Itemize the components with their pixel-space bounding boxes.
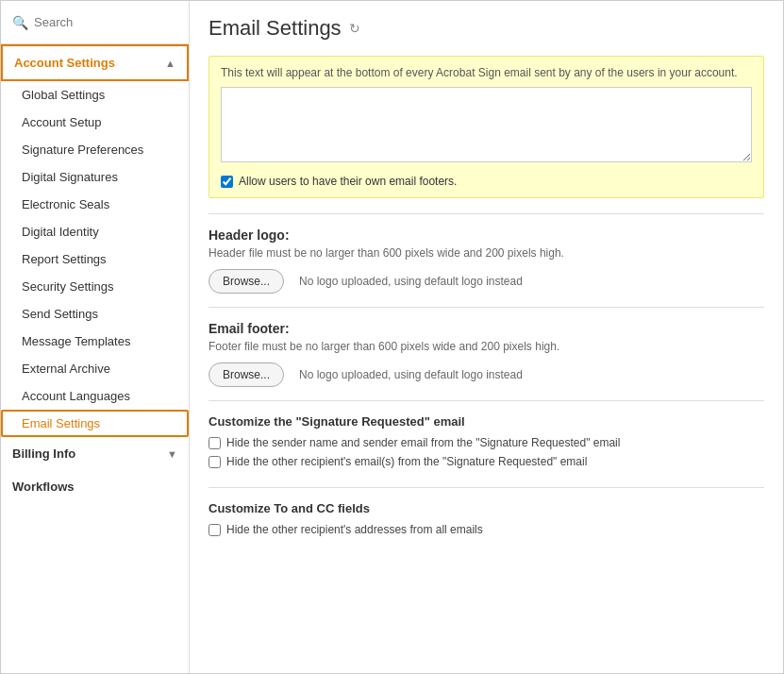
hide-sender-label: Hide the sender name and sender email fr… — [226, 436, 620, 449]
sidebar-item-billing-info[interactable]: Billing Info ▼ — [1, 437, 189, 470]
search-icon: 🔍 — [12, 15, 28, 30]
hide-addresses-checkbox[interactable] — [209, 524, 221, 536]
email-footer-textarea[interactable] — [221, 87, 752, 162]
chevron-up-icon: ▲ — [165, 58, 175, 69]
sidebar-item-message-templates[interactable]: Message Templates — [1, 328, 189, 355]
sidebar-sub-items: Global Settings Account Setup Signature … — [1, 81, 189, 437]
header-logo-browse-button[interactable]: Browse... — [209, 269, 284, 294]
signature-requested-section: Customize the "Signature Requested" emai… — [209, 400, 764, 487]
main-content: Email Settings ↻ This text will appear a… — [190, 1, 783, 673]
header-logo-status: No logo uploaded, using default logo ins… — [299, 275, 523, 288]
refresh-icon[interactable]: ↻ — [349, 21, 360, 36]
email-footer-browse-button[interactable]: Browse... — [209, 362, 284, 387]
header-logo-title: Header logo: — [209, 227, 764, 243]
header-logo-section: Header logo: Header file must be no larg… — [209, 213, 764, 307]
allow-own-footer-label: Allow users to have their own email foot… — [239, 175, 457, 188]
search-input[interactable] — [34, 15, 177, 29]
signature-requested-option1-row: Hide the sender name and sender email fr… — [209, 436, 764, 449]
hide-addresses-label: Hide the other recipient's addresses fro… — [226, 523, 483, 536]
app-window: 🔍 Account Settings ▲ Global Settings Acc… — [0, 0, 784, 674]
header-logo-desc: Header file must be no larger than 600 p… — [209, 246, 764, 260]
email-footer-browse-row: Browse... No logo uploaded, using defaul… — [209, 362, 764, 387]
email-footer-logo-status: No logo uploaded, using default logo ins… — [299, 368, 523, 381]
signature-requested-option2-row: Hide the other recipient's email(s) from… — [209, 455, 764, 468]
allow-own-footer-row: Allow users to have their own email foot… — [221, 175, 752, 188]
to-cc-option1-row: Hide the other recipient's addresses fro… — [209, 523, 764, 536]
sidebar-item-account-languages[interactable]: Account Languages — [1, 382, 189, 410]
sidebar-item-global-settings[interactable]: Global Settings — [1, 81, 189, 109]
email-footer-desc: Footer file must be no larger than 600 p… — [209, 340, 764, 353]
email-footer-section: Email footer: Footer file must be no lar… — [209, 307, 764, 400]
banner-description: This text will appear at the bottom of e… — [221, 66, 752, 79]
sidebar-item-external-archive[interactable]: External Archive — [1, 355, 189, 382]
account-settings-header[interactable]: Account Settings ▲ — [1, 44, 189, 81]
to-cc-section: Customize To and CC fields Hide the othe… — [209, 487, 764, 555]
header-logo-browse-row: Browse... No logo uploaded, using defaul… — [209, 269, 764, 294]
hide-recipient-email-label: Hide the other recipient's email(s) from… — [226, 455, 587, 468]
sidebar: 🔍 Account Settings ▲ Global Settings Acc… — [1, 1, 190, 673]
email-footer-title: Email footer: — [209, 321, 764, 336]
sidebar-item-account-setup[interactable]: Account Setup — [1, 109, 189, 136]
page-title: Email Settings — [209, 16, 342, 41]
sidebar-item-workflows[interactable]: Workflows — [1, 470, 189, 503]
hide-sender-checkbox[interactable] — [209, 437, 221, 449]
hide-recipient-email-checkbox[interactable] — [209, 456, 221, 468]
allow-own-footer-checkbox[interactable] — [221, 176, 233, 188]
to-cc-title: Customize To and CC fields — [209, 501, 764, 515]
sidebar-item-digital-signatures[interactable]: Digital Signatures — [1, 163, 189, 191]
email-footer-banner: This text will appear at the bottom of e… — [209, 56, 764, 198]
signature-requested-title: Customize the "Signature Requested" emai… — [209, 414, 764, 429]
chevron-down-icon: ▼ — [167, 448, 177, 460]
sidebar-item-digital-identity[interactable]: Digital Identity — [1, 218, 189, 245]
account-settings-label: Account Settings — [14, 56, 115, 70]
sidebar-item-send-settings[interactable]: Send Settings — [1, 300, 189, 328]
nav-section: Account Settings ▲ Global Settings Accou… — [1, 44, 189, 673]
sidebar-item-report-settings[interactable]: Report Settings — [1, 245, 189, 273]
sidebar-item-electronic-seals[interactable]: Electronic Seals — [1, 191, 189, 218]
page-title-row: Email Settings ↻ — [209, 16, 764, 41]
sidebar-item-security-settings[interactable]: Security Settings — [1, 273, 189, 300]
search-bar: 🔍 — [1, 1, 189, 44]
sidebar-item-signature-preferences[interactable]: Signature Preferences — [1, 136, 189, 163]
sidebar-item-email-settings[interactable]: Email Settings — [1, 410, 189, 437]
